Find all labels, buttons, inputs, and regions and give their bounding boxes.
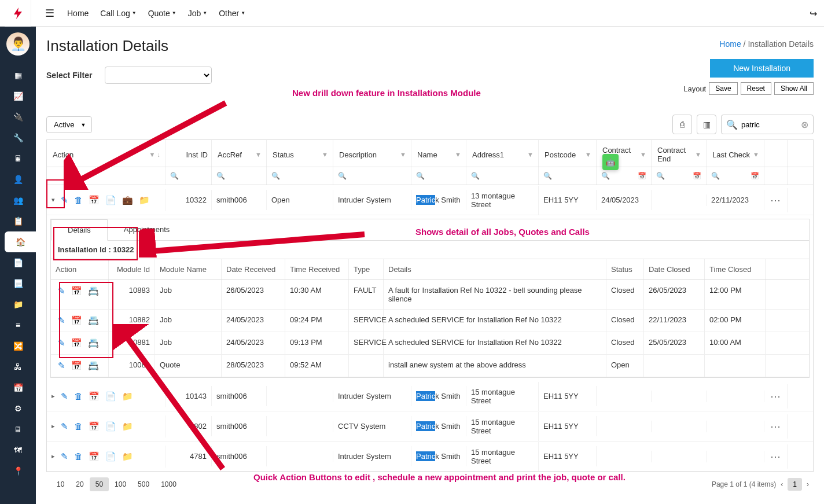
filter-cend[interactable]: 🔍📅 (652, 167, 707, 185)
sidebar-network-icon[interactable]: 🖧 (0, 356, 36, 377)
folder-icon[interactable]: 📁 (139, 195, 150, 205)
page-prev-icon[interactable]: ‹ (781, 480, 783, 488)
avatar[interactable]: 👨‍💼 (6, 32, 30, 56)
calendar-icon[interactable]: 📅 (71, 315, 82, 326)
col-last-check[interactable]: Last Check▼ (707, 140, 764, 167)
page-size-50[interactable]: 50 (90, 477, 109, 491)
print-icon[interactable]: 📇 (88, 338, 99, 348)
sidebar-pin-icon[interactable]: 📍 (0, 461, 36, 481)
columns-icon[interactable]: ▥ (697, 115, 716, 134)
edit-icon[interactable]: ✎ (58, 338, 65, 348)
row-menu-icon[interactable]: ⋯ (764, 188, 788, 212)
filter-icon[interactable]: ▼ (695, 151, 701, 158)
edit-icon[interactable]: ✎ (58, 360, 65, 371)
briefcase-icon[interactable]: 💼 (122, 195, 133, 205)
calendar-icon[interactable]: 📅 (89, 421, 100, 432)
search-input[interactable] (741, 120, 799, 129)
page-icon[interactable]: 📄 (105, 195, 116, 205)
breadcrumb-home[interactable]: Home (719, 39, 741, 49)
print-icon[interactable]: 📇 (88, 360, 99, 371)
date-picker-icon[interactable]: 📅 (693, 172, 701, 180)
sidebar-list-icon[interactable]: ≡ (0, 315, 36, 336)
nav-quote[interactable]: Quote▼ (142, 9, 182, 18)
date-picker-icon[interactable]: 📅 (638, 172, 646, 180)
page-size-100[interactable]: 100 (109, 477, 132, 491)
filter-icon[interactable]: ▼ ↓ (149, 151, 160, 158)
sidebar-map-icon[interactable]: 🗺 (0, 440, 36, 461)
expand-icon[interactable]: ▸ (52, 453, 55, 460)
sidebar-grid-icon[interactable]: ▦ (0, 65, 36, 86)
layout-reset-button[interactable]: Reset (741, 82, 771, 95)
grid-search[interactable]: 🔍 ⊗ (721, 115, 814, 134)
folder-icon[interactable]: 📁 (122, 391, 133, 402)
sidebar-wrench-icon[interactable]: 🔧 (0, 127, 36, 148)
calendar-icon[interactable]: 📅 (71, 360, 82, 371)
calendar-icon[interactable]: 📅 (89, 195, 100, 205)
filter-postcode[interactable]: 🔍 (539, 167, 597, 185)
date-picker-icon[interactable]: 📅 (751, 172, 759, 180)
col-description[interactable]: Description▼ (333, 140, 411, 167)
nav-other[interactable]: Other▼ (213, 9, 251, 18)
delete-icon[interactable]: 🗑 (74, 195, 83, 205)
edit-icon[interactable]: ✎ (61, 421, 68, 432)
clear-search-icon[interactable]: ⊗ (801, 119, 808, 130)
expand-icon[interactable]: ▸ (52, 392, 55, 400)
calendar-icon[interactable]: 📅 (71, 286, 82, 303)
sidebar-file-icon[interactable]: 📄 (0, 252, 36, 273)
edit-icon[interactable]: ✎ (58, 286, 65, 303)
page-size-10[interactable]: 10 (51, 477, 70, 491)
sidebar-sitemap-icon[interactable]: 🔀 (0, 336, 36, 356)
edit-icon[interactable]: ✎ (61, 391, 68, 402)
sidebar-plug-icon[interactable]: 🔌 (0, 106, 36, 127)
expand-icon[interactable]: ▸ (52, 422, 55, 430)
sidebar-clipboard-icon[interactable]: 📋 (0, 211, 36, 231)
sidebar-calendar-icon[interactable]: 📅 (0, 377, 36, 398)
page-size-20[interactable]: 20 (70, 477, 89, 491)
col-postcode[interactable]: Postcode▼ (539, 140, 597, 167)
new-installation-button[interactable]: New Installation (710, 59, 814, 78)
col-status[interactable]: Status▼ (267, 140, 333, 167)
sidebar-doc-icon[interactable]: 📃 (0, 273, 36, 294)
filter-icon[interactable]: ▼ (255, 151, 262, 158)
layout-showall-button[interactable]: Show All (774, 82, 814, 95)
col-address[interactable]: Address1▼ (466, 140, 539, 167)
folder-icon[interactable]: 📁 (122, 421, 133, 432)
sidebar-monitor-icon[interactable]: 🖥 (0, 419, 36, 440)
layout-save-button[interactable]: Save (709, 82, 737, 95)
calendar-icon[interactable]: 📅 (89, 451, 100, 462)
col-accref[interactable]: AccRef▼ (212, 140, 267, 167)
page-icon[interactable]: 📄 (105, 451, 116, 462)
delete-icon[interactable]: 🗑 (74, 451, 83, 461)
col-contract-end[interactable]: Contract End▼ (652, 140, 707, 167)
sidebar-user-plus-icon[interactable]: 👤 (0, 169, 36, 190)
row-menu-icon[interactable]: ⋯ (764, 444, 788, 469)
page-icon[interactable]: 📄 (105, 391, 116, 402)
filter-icon[interactable]: ▼ (455, 151, 461, 158)
page-next-icon[interactable]: › (807, 480, 809, 488)
filter-lcheck[interactable]: 🔍📅 (707, 167, 764, 185)
edit-icon[interactable]: ✎ (58, 315, 65, 326)
filter-icon[interactable]: ▼ (585, 151, 591, 158)
print-icon[interactable]: 📇 (88, 286, 99, 303)
filter-description[interactable]: 🔍 (333, 167, 411, 185)
filter-address[interactable]: 🔍 (466, 167, 539, 185)
status-dropdown[interactable]: Active▼ (46, 116, 92, 133)
sidebar-calc-icon[interactable]: 🖩 (0, 148, 36, 169)
page-current[interactable]: 1 (788, 478, 802, 491)
filter-inst-id[interactable]: 🔍 (165, 167, 212, 185)
col-inst-id[interactable]: Inst ID (165, 140, 212, 167)
page-size-500[interactable]: 500 (132, 477, 155, 491)
page-icon[interactable]: 📄 (105, 421, 116, 432)
folder-icon[interactable]: 📁 (122, 451, 133, 462)
delete-icon[interactable]: 🗑 (74, 421, 83, 431)
sidebar-chart-icon[interactable]: 📈 (0, 86, 36, 106)
menu-toggle-icon[interactable]: ☰ (38, 7, 61, 20)
filter-icon[interactable]: ▼ (322, 151, 328, 158)
col-action[interactable]: Action▼ ↓ (47, 140, 165, 167)
edit-icon[interactable]: ✎ (61, 195, 68, 205)
nav-home[interactable]: Home (61, 9, 94, 18)
filter-status[interactable]: 🔍 (267, 167, 333, 185)
col-name[interactable]: Name▼ (411, 140, 466, 167)
filter-icon[interactable]: ▼ (400, 151, 406, 158)
tab-appointments[interactable]: Appointments (108, 219, 186, 240)
